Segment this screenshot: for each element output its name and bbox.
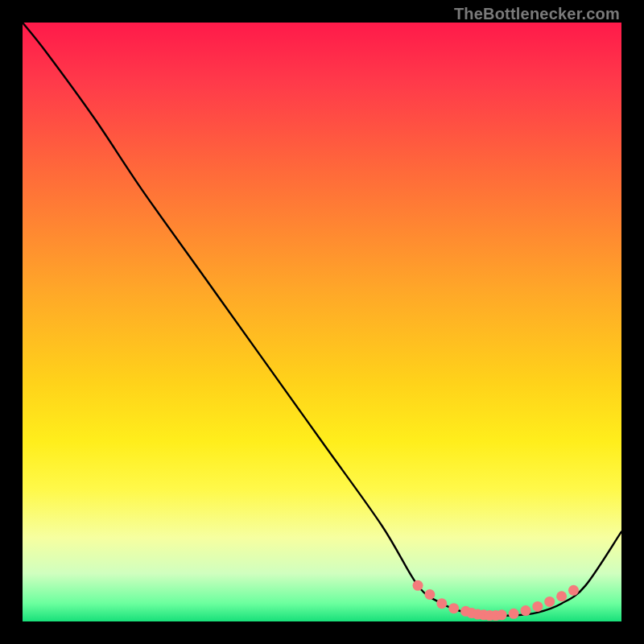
marker-dot [544,597,555,607]
marker-dot [424,589,435,600]
chart-stage: TheBottlenecker.com [0,0,644,644]
curve-markers [413,580,579,621]
marker-dot [497,609,507,620]
plot-area [23,23,621,621]
marker-dot [436,598,447,609]
marker-dot [509,609,519,619]
bottleneck-curve [23,23,621,616]
marker-dot [520,605,530,616]
marker-dot [448,603,459,613]
curve-group [23,23,621,621]
marker-dot [568,585,579,596]
marker-dot [556,591,567,601]
marker-dot [532,601,543,612]
attribution-label: TheBottlenecker.com [454,5,620,23]
chart-svg [23,23,621,621]
marker-dot [413,580,423,591]
